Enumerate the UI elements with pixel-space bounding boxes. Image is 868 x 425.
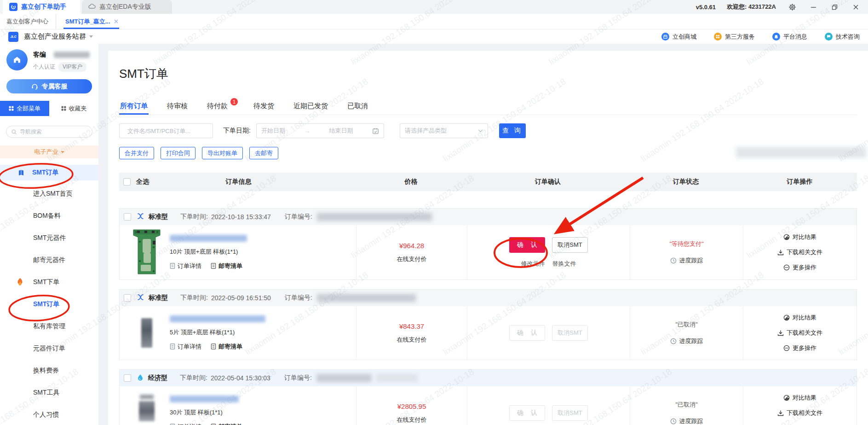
tab-close-icon[interactable] xyxy=(114,18,118,25)
order-detail-link[interactable]: 订单详情 xyxy=(170,343,201,351)
pcb-thumbnail-redacted xyxy=(141,318,152,348)
print-contract-button[interactable]: 打印合同 xyxy=(161,147,195,159)
product-type-select[interactable]: 请选择产品类型 xyxy=(400,123,488,138)
main-area: SMT订单 所有订单 待审核 待付款 1 待发货 近期已发货 已取消 下单日期: xyxy=(98,44,868,425)
sidebar-item-smt-place-order[interactable]: SMT下单 xyxy=(0,271,98,293)
order-name-link-redacted[interactable] xyxy=(170,396,239,402)
merge-pay-button[interactable]: 合并支付 xyxy=(119,147,154,159)
tab-pending-review[interactable]: 待审核 xyxy=(166,101,189,115)
progress-track-link[interactable]: 进度跟踪 xyxy=(670,417,703,425)
date-end-placeholder[interactable]: 结束日期 xyxy=(329,127,353,135)
more-actions-link[interactable]: 更多操作 xyxy=(783,263,816,272)
export-statement-button[interactable]: 导出对账单 xyxy=(202,147,243,159)
settings-gear-icon[interactable] xyxy=(787,2,797,12)
mail-list-link[interactable]: 邮寄清单 xyxy=(211,262,242,270)
col-confirm: 订单确认 xyxy=(466,178,629,186)
order-search-input[interactable] xyxy=(127,128,208,134)
category-selector[interactable]: 电子产业 xyxy=(0,146,98,158)
tab-cancelled[interactable]: 已取消 xyxy=(346,101,369,115)
tab-smt-orders[interactable]: SMT订单_嘉立... xyxy=(63,14,120,29)
nav-search-input[interactable] xyxy=(20,128,75,135)
order-checkbox[interactable] xyxy=(124,213,131,221)
minimize-button[interactable] xyxy=(808,2,818,12)
sidebar-item-smt-orders-top[interactable]: SMT订单 xyxy=(0,165,98,180)
order-detail-link[interactable]: 订单详情 xyxy=(170,262,201,270)
tab-pending-shipment[interactable]: 待发货 xyxy=(253,101,275,115)
download-files-link[interactable]: 下载相关文件 xyxy=(777,329,822,337)
mail-list-link[interactable]: 邮寄清单 xyxy=(211,423,242,425)
select-all-checkbox[interactable] xyxy=(123,178,131,186)
date-start-placeholder[interactable]: 开始日期 xyxy=(261,127,285,135)
order-time-value: 2022-10-18 15:33:47 xyxy=(211,213,271,221)
order-detail-label: 订单详情 xyxy=(178,262,201,270)
tab-recently-shipped[interactable]: 近期已发货 xyxy=(293,101,329,115)
order-name-link-redacted[interactable] xyxy=(170,315,265,322)
replace-file-link[interactable]: 替换文件 xyxy=(552,260,576,268)
sidebar-item-label: SMT订单 xyxy=(33,300,60,309)
download-icon xyxy=(777,410,784,416)
header-link-messages[interactable]: 平台消息 xyxy=(772,33,807,41)
download-files-link[interactable]: 下载相关文件 xyxy=(777,409,822,417)
order-status: "等待您支付" xyxy=(669,240,703,248)
sidebar-item-smt-components[interactable]: SMT元器件 xyxy=(0,227,98,249)
compare-result-link[interactable]: 对比结果 xyxy=(783,394,816,402)
query-button[interactable]: 查 询 xyxy=(499,123,526,138)
order-search-box[interactable] xyxy=(119,123,213,138)
order-type-label: 经济型 xyxy=(148,374,167,382)
site-brand[interactable]: 嘉立创产业服务站群 xyxy=(24,32,86,41)
order-group: 标准型 下单时间: 2022-10-18 15:33:47 订单编号: xyxy=(119,208,857,280)
order-checkbox[interactable] xyxy=(124,294,131,302)
tab-label: 所有订单 xyxy=(120,102,148,110)
sidebar-item-smt-home[interactable]: 进入SMT首页 xyxy=(0,183,98,205)
app-tab-order-assistant[interactable]: 嘉立创下单助手 xyxy=(3,0,80,14)
confirm-button[interactable]: 确 认 xyxy=(509,237,545,253)
compare-result-link[interactable]: 对比结果 xyxy=(783,314,816,322)
download-files-link[interactable]: 下载相关文件 xyxy=(777,248,822,256)
compare-result-link[interactable]: 对比结果 xyxy=(783,233,816,241)
more-actions-link[interactable]: 更多操作 xyxy=(783,344,816,352)
compare-icon xyxy=(783,395,790,401)
order-number-redacted xyxy=(317,294,416,302)
sidebar-item-label: BOM备料 xyxy=(33,212,61,220)
maximize-button[interactable] xyxy=(829,2,839,12)
window-titlebar: 嘉立创下单助手 嘉立创EDA专业版 v5.0.61 欢迎您: 4231722A xyxy=(0,0,868,14)
flame-icon xyxy=(17,278,23,287)
close-button[interactable] xyxy=(851,2,861,12)
sidebar-item-component-orders[interactable]: 元器件订单 xyxy=(0,338,98,360)
order-checkbox[interactable] xyxy=(124,374,131,382)
go-mail-button[interactable]: 去邮寄 xyxy=(249,147,278,159)
app-tab-eda[interactable]: 嘉立创EDA专业版 xyxy=(82,0,172,14)
mail-list-link[interactable]: 邮寄清单 xyxy=(211,343,242,351)
compare-result-label: 对比结果 xyxy=(793,394,816,402)
sidebar-item-mail-components[interactable]: 邮寄元器件 xyxy=(0,249,98,271)
avatar[interactable] xyxy=(6,49,28,70)
edit-components-link[interactable]: 修改元件 xyxy=(521,260,545,268)
sidebar-item-smt-tools[interactable]: SMT工具 xyxy=(0,382,98,404)
order-price: ¥2805.95 xyxy=(397,402,426,410)
cancel-smt-button[interactable]: 取消SMT xyxy=(552,237,588,253)
tab-pending-payment[interactable]: 待付款 1 xyxy=(206,101,229,115)
sidebar-item-smt-orders[interactable]: SMT订单 xyxy=(0,293,98,315)
nav-search[interactable] xyxy=(6,126,92,138)
sidebar-item-preferences[interactable]: 个人习惯 xyxy=(0,404,98,425)
menu-tab-favorites[interactable]: 收藏夹 xyxy=(49,101,98,116)
dedicated-service-button[interactable]: 专属客服 xyxy=(6,79,92,93)
header-link-support[interactable]: 技术咨询 xyxy=(825,33,860,41)
menu-tab-all[interactable]: 全部菜单 xyxy=(0,101,49,116)
sidebar-item-bom[interactable]: BOM备料 xyxy=(0,205,98,227)
progress-track-link[interactable]: 进度跟踪 xyxy=(670,256,703,265)
order-detail-link[interactable]: 订单详情 xyxy=(170,423,201,425)
inner-tabbar: 嘉立创客户中心 SMT订单_嘉立... xyxy=(0,14,868,29)
header-link-mall[interactable]: 立创商城 xyxy=(661,33,696,41)
sidebar-item-private-lib[interactable]: 私有库管理 xyxy=(0,315,98,338)
date-range-picker[interactable]: 开始日期 → 结束日期 xyxy=(256,123,384,138)
order-name-link-redacted[interactable] xyxy=(170,235,247,242)
header-link-thirdparty[interactable]: 第三方服务 xyxy=(714,33,755,41)
progress-track-link[interactable]: 进度跟踪 xyxy=(670,337,703,345)
compare-result-label: 对比结果 xyxy=(793,233,816,241)
tab-all-orders[interactable]: 所有订单 xyxy=(119,101,149,115)
sidebar-item-swap-coupon[interactable]: 换料费券 xyxy=(0,360,98,382)
tab-customer-center[interactable]: 嘉立创客户中心 xyxy=(6,14,56,29)
tab-label: 待发货 xyxy=(253,102,274,110)
search-icon xyxy=(11,129,17,135)
